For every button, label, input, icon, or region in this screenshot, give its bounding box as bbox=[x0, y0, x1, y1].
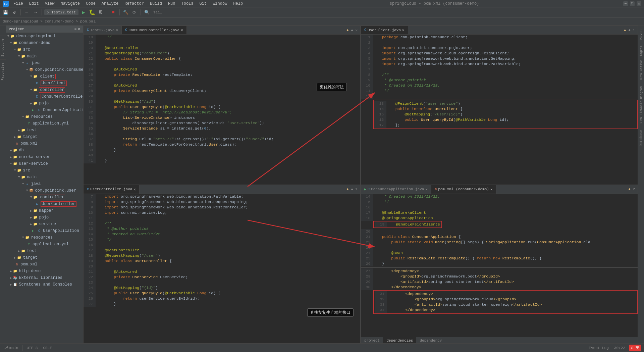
code-content-bottom-left[interactable]: 7 import org.springframework.web.bind.an… bbox=[84, 194, 360, 344]
toolbar-back[interactable]: ← bbox=[23, 9, 31, 16]
right-panel-active-bpmn[interactable]: BPMN-Active-Diagram bbox=[639, 43, 644, 83]
menu-window[interactable]: Window bbox=[210, 1, 230, 7]
tree-item-ctrl-user[interactable]: ▼ 📁 controller bbox=[6, 194, 83, 201]
tree-item-main-consumer[interactable]: ▼ 📁 main bbox=[6, 53, 83, 60]
right-panel-maven[interactable]: Maven bbox=[639, 27, 644, 42]
close-button[interactable]: ✕ bbox=[637, 1, 641, 6]
tree-item-test-c[interactable]: ▶ 📁 test bbox=[6, 127, 83, 134]
tail-label: Tail bbox=[153, 10, 162, 14]
tree-item-app-user-yaml[interactable]: Y application.yml bbox=[6, 241, 83, 248]
tree-item-eureka[interactable]: ▶ 📁 eureka-server bbox=[6, 154, 83, 160]
coverage-button[interactable]: ⛨ bbox=[97, 9, 105, 16]
menu-code[interactable]: Code bbox=[83, 1, 98, 7]
code-content-bottom-right[interactable]: 14 * Created on 2021/11/22. 15 */ 16 17 … bbox=[361, 194, 638, 337]
toolbar: 💾 ↺ ← → ▷ Test22.test ▶ 🐛 ⛨ ■ 🔨 ⟳ 🔍 Tail bbox=[0, 7, 644, 17]
tree-item-consumerapp[interactable]: ▶ C ConsumerApplication bbox=[6, 107, 83, 113]
menu-build[interactable]: Build bbox=[147, 1, 165, 7]
tree-item-db[interactable]: ▶ 📁 db bbox=[6, 147, 83, 154]
pane-top-right-warning: ▲ ▲ 1 bbox=[621, 28, 638, 32]
menu-file[interactable]: File bbox=[11, 1, 26, 7]
tree-item-user-service[interactable]: ▼ 📁 user-service bbox=[6, 160, 83, 167]
menu-navigate[interactable]: Navigate bbox=[58, 1, 83, 7]
sogou-ime[interactable]: S 英 bbox=[629, 345, 641, 351]
menu-analyze[interactable]: Analyze bbox=[99, 1, 121, 7]
code-content-top-right[interactable]: 1 package com.pointink.consumer.client; … bbox=[361, 35, 638, 185]
line-sep-status[interactable]: CRLF bbox=[42, 345, 53, 351]
tree-item-app-yaml[interactable]: Y application.yml bbox=[6, 120, 83, 127]
menu-git[interactable]: Git bbox=[197, 1, 210, 7]
maximize-button[interactable]: □ bbox=[630, 1, 635, 6]
tree-item-main-user[interactable]: ▼ 📁 main bbox=[6, 174, 83, 181]
tree-item-src-consumer[interactable]: ▼ 📁 src bbox=[6, 46, 83, 53]
tree-item-pom-user[interactable]: m pom.xml bbox=[6, 261, 83, 268]
tree-item-client[interactable]: ▼ 📁 client bbox=[6, 73, 83, 80]
tree-item-res-user[interactable]: ▼ 📁 resources bbox=[6, 234, 83, 241]
code-content-top-left[interactable]: 18 */ 19 20 @RestController 21 @RequestM… bbox=[84, 35, 360, 185]
run-button[interactable]: ▶ bbox=[80, 9, 87, 16]
tree-item-test-user[interactable]: ▶ 📁 test bbox=[6, 248, 83, 254]
right-panel: Maven BPMN-Active-Diagram BPMN-Flowable-… bbox=[638, 26, 644, 344]
svg-text:IJ: IJ bbox=[4, 2, 8, 6]
menu-run[interactable]: Run bbox=[165, 1, 178, 7]
pom-tab-dependency[interactable]: dependency bbox=[416, 337, 445, 344]
menu-tools[interactable]: Tools bbox=[179, 1, 196, 7]
toolbar-save[interactable]: 💾 bbox=[2, 9, 9, 16]
pom-tab-dependencies[interactable]: dependencies bbox=[383, 337, 416, 344]
left-tab-structure[interactable]: Structure bbox=[0, 36, 6, 59]
tree-item-pojo-user[interactable]: ▶ 📁 pojo bbox=[6, 214, 83, 221]
search-everywhere[interactable]: 🔍 bbox=[143, 9, 151, 16]
git-branch[interactable]: ⎇ main bbox=[3, 345, 19, 351]
tree-item-usercontroller[interactable]: C UserController bbox=[6, 201, 83, 207]
tree-item-http-demo[interactable]: ▶ 📁 http-demo bbox=[6, 268, 83, 274]
build-button[interactable]: 🔨 bbox=[122, 9, 129, 16]
tab-userctrl[interactable]: C UserController.java ✕ bbox=[84, 185, 140, 194]
left-tab-favorites[interactable]: Favorites bbox=[0, 59, 6, 83]
tree-item-src-user[interactable]: ▼ 📁 src bbox=[6, 167, 83, 174]
encoding-status[interactable]: UTF-8 bbox=[25, 345, 39, 351]
toolbar-forward[interactable]: → bbox=[32, 9, 39, 16]
tree-item-controller[interactable]: ▼ 📁 controller bbox=[6, 87, 83, 93]
tree-item-demo-springcloud[interactable]: ▼ 📁 demo-springcloud bbox=[6, 33, 83, 40]
stop-button[interactable]: ■ bbox=[110, 9, 117, 16]
tree-item-java-user[interactable]: ▼ ☕ java bbox=[6, 181, 83, 187]
menu-view[interactable]: View bbox=[42, 1, 57, 7]
tree-item-com-user[interactable]: ▼ 📦 com.pointink.user bbox=[6, 187, 83, 194]
tree-item-consumercont[interactable]: C ConsumerController bbox=[6, 93, 83, 100]
tree-item-userapp[interactable]: ▶ C UserApplication bbox=[6, 228, 83, 234]
tree-item-com-consumer[interactable]: ▼ 📦 com.pointink.consumer bbox=[6, 66, 83, 73]
tree-item-external-libs[interactable]: ▶ 📚 External Libraries bbox=[6, 274, 83, 281]
menu-edit[interactable]: Edit bbox=[26, 1, 42, 7]
reload-button[interactable]: ⟳ bbox=[131, 9, 138, 16]
tree-item-consumer-demo[interactable]: ▼ 📁 consumer-demo bbox=[6, 40, 83, 46]
tree-item-pom-c[interactable]: m pom.xml bbox=[6, 140, 83, 147]
menu-refactor[interactable]: Refactor bbox=[122, 1, 147, 7]
tree-item-scratches[interactable]: ▶ 📋 Scratches and Consoles bbox=[6, 281, 83, 288]
debug-button[interactable]: 🐛 bbox=[89, 9, 96, 16]
tab-pom-consumer[interactable]: m pom.xml (consumer-demo) ✕ bbox=[431, 185, 496, 194]
minimize-button[interactable]: — bbox=[623, 1, 628, 6]
menu-help[interactable]: Help bbox=[230, 1, 246, 7]
app-icon: IJ bbox=[3, 1, 9, 7]
event-log-status[interactable]: Event Log bbox=[587, 345, 610, 351]
tree-item-mapper[interactable]: ▶ 📁 mapper bbox=[6, 207, 83, 214]
tree-item-service[interactable]: ▶ 📁 service bbox=[6, 221, 83, 228]
tab-userclient[interactable]: C UserClient.java ✕ bbox=[361, 26, 408, 34]
right-panel-database[interactable]: Database bbox=[639, 128, 644, 149]
tab-consumercont[interactable]: C ConsumerController.java ✕ bbox=[122, 26, 186, 34]
tree-item-resources-c[interactable]: ▼ 📁 resources bbox=[6, 113, 83, 120]
run-config-selector[interactable]: ▷ Test22.test bbox=[44, 9, 78, 15]
tree-item-java-consumer[interactable]: ▼ ☕ java bbox=[6, 60, 83, 66]
pane-bottom-right-warning: ▲ 2 bbox=[626, 187, 638, 191]
tab-consumerapp2[interactable]: ▶ C ConsumerApplication.java ✕ bbox=[361, 185, 431, 194]
pom-tab-project[interactable]: project bbox=[361, 337, 383, 344]
tree-item-userclient[interactable]: C UserClient bbox=[6, 80, 83, 87]
sidebar-sort-icon[interactable]: ≡ bbox=[74, 27, 77, 31]
tab-test22[interactable]: C Test22.java ✕ bbox=[84, 26, 122, 34]
toolbar-sync[interactable]: ↺ bbox=[11, 9, 18, 16]
tree-item-target-user[interactable]: ▶ 📁 target bbox=[6, 254, 83, 261]
right-panel-flowable[interactable]: BPMN-Flowable-Diagram bbox=[639, 84, 644, 127]
tree-item-target-c[interactable]: ▶ 📁 target bbox=[6, 134, 83, 140]
left-tabs-panel: Structure Favorites bbox=[0, 26, 6, 344]
tree-item-pojo[interactable]: ▶ 📁 pojo bbox=[6, 100, 83, 107]
sidebar-config-icon[interactable]: ⚙ bbox=[78, 27, 80, 31]
